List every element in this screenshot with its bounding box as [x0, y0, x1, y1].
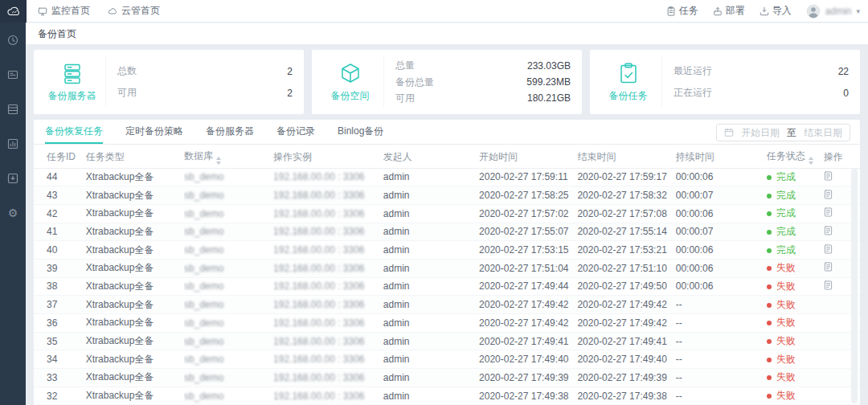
- task-type-value: Xtrabackup全备: [86, 317, 154, 328]
- instance-redacted: 192.168.00.00 : 3306: [273, 241, 383, 260]
- sidebar-item-backup[interactable]: [5, 170, 21, 186]
- instance-redacted: 192.168.00.00 : 3306: [273, 223, 383, 241]
- status-dot-icon: [767, 211, 772, 216]
- view-log-button[interactable]: [824, 171, 833, 181]
- column-label: 开始时间: [479, 151, 518, 162]
- sidebar-item-database[interactable]: [5, 101, 21, 117]
- task-status: 失败: [767, 314, 824, 333]
- instance-redacted: 192.168.00.00 : 3306: [273, 332, 383, 350]
- top-nav-cloud-home[interactable]: 云管首页: [108, 4, 160, 18]
- end-time-value: 2020-02-27 17:49:38: [577, 391, 666, 402]
- task-status: 完成: [767, 223, 824, 241]
- task-type-value: Xtrabackup全备: [86, 390, 154, 401]
- duration: --: [676, 314, 767, 333]
- end-time-value: 2020-02-27 17:59:17: [577, 171, 666, 182]
- task-id-value: 44: [47, 171, 57, 182]
- sidebar: ⚙: [0, 22, 26, 405]
- sort-icon[interactable]: [216, 157, 221, 165]
- status-dot-icon: [767, 230, 772, 235]
- status-label: 完成: [776, 244, 796, 256]
- start-time-value: 2020-02-27 17:57:02: [479, 208, 568, 219]
- sidebar-item-host[interactable]: [5, 67, 21, 83]
- sort-icon[interactable]: [809, 157, 813, 165]
- duration-value: --: [676, 391, 682, 402]
- view-log-button[interactable]: [824, 280, 833, 290]
- monitor-icon: [38, 6, 47, 16]
- status-dot-icon: [767, 394, 772, 399]
- status-dot-icon: [767, 194, 772, 198]
- start-time: 2020-02-27 17:49:41: [479, 332, 577, 350]
- task-id: 42: [34, 204, 86, 223]
- database-redacted-value: sb_demo: [184, 372, 223, 383]
- duration-value: 00:00:06: [676, 280, 714, 292]
- task-type-value: Xtrabackup全备: [86, 262, 154, 273]
- instance-redacted-value: 192.168.00.00 : 3306: [273, 244, 364, 256]
- column-header[interactable]: 数据库: [184, 146, 273, 168]
- action-tasks[interactable]: 任务: [666, 4, 698, 18]
- task-id: 39: [34, 259, 86, 277]
- instance-redacted-value: 192.168.00.00 : 3306: [273, 190, 364, 201]
- initiator: admin: [383, 387, 479, 405]
- database-redacted-value: sb_demo: [184, 336, 223, 347]
- start-time: 2020-02-27 17:49:42: [479, 314, 577, 333]
- tab-1[interactable]: 备份恢复任务: [45, 120, 103, 144]
- instance-redacted: 192.168.00.00 : 3306: [273, 296, 383, 314]
- tab-4[interactable]: 备份记录: [276, 120, 315, 144]
- view-log-button[interactable]: [824, 207, 833, 217]
- card-icon-block: 备份任务: [595, 56, 662, 108]
- column-header: 操作实例: [273, 146, 383, 168]
- task-status: 完成: [767, 168, 824, 186]
- start-time-value: 2020-02-27 17:49:39: [479, 372, 568, 383]
- instance-redacted-value: 192.168.00.00 : 3306: [273, 208, 364, 219]
- action-import[interactable]: 导入: [760, 4, 792, 18]
- action-deploy[interactable]: 部署: [713, 4, 745, 18]
- task-status: 完成: [767, 204, 824, 223]
- duration-value: 00:00:06: [676, 263, 714, 274]
- task-id-value: 41: [47, 226, 57, 237]
- column-label: 发起人: [383, 151, 412, 162]
- initiator: admin: [383, 369, 479, 387]
- top-nav-monitor-home[interactable]: 监控首页: [38, 4, 90, 18]
- table-row: 38Xtrabackup全备sb_demo192.168.00.00 : 330…: [34, 277, 860, 296]
- table-header-row: 任务ID任务类型数据库操作实例发起人开始时间结束时间持续时间任务状态操作: [34, 146, 860, 168]
- database-redacted-value: sb_demo: [184, 244, 223, 256]
- view-log-button[interactable]: [824, 190, 833, 199]
- initiator-value: admin: [383, 299, 410, 310]
- table-row: 37Xtrabackup全备sb_demo192.168.00.00 : 330…: [34, 296, 860, 314]
- end-time: 2020-02-27 17:49:40: [577, 350, 675, 369]
- view-log-button[interactable]: [824, 226, 833, 235]
- tab-3[interactable]: 备份服务器: [206, 120, 254, 144]
- column-label: 操作实例: [273, 151, 312, 162]
- initiator: admin: [383, 350, 479, 369]
- tab-5[interactable]: Binlog备份: [338, 120, 383, 144]
- end-time: 2020-02-27 17:58:32: [577, 186, 675, 205]
- chart-icon: [7, 138, 18, 149]
- sidebar-item-clock[interactable]: [5, 32, 21, 48]
- start-time: 2020-02-27 17:49:44: [479, 277, 577, 296]
- duration: --: [676, 296, 767, 314]
- table-scrollbar[interactable]: [851, 168, 858, 403]
- sidebar-item-chart[interactable]: [5, 136, 21, 152]
- task-type-value: Xtrabackup全备: [86, 280, 154, 292]
- user-menu[interactable]: admin ▾: [806, 4, 860, 18]
- tab-2[interactable]: 定时备份策略: [125, 120, 183, 144]
- initiator: admin: [383, 241, 479, 260]
- task-status: 完成: [767, 186, 824, 205]
- metric-label: 可用: [395, 92, 415, 105]
- end-time: 2020-02-27 17:49:41: [577, 332, 675, 350]
- column-header[interactable]: 任务状态: [767, 146, 824, 168]
- column-label: 结束时间: [577, 151, 616, 162]
- duration-value: 00:00:06: [676, 244, 714, 256]
- app-logo[interactable]: [0, 0, 27, 22]
- tasks-panel: 备份恢复任务定时备份策略备份服务器备份记录Binlog备份 开始日期 至 结束日…: [34, 120, 860, 405]
- task-id: 43: [34, 186, 86, 205]
- start-time: 2020-02-27 17:57:02: [479, 204, 577, 223]
- view-log-button[interactable]: [824, 244, 833, 254]
- status-label: 失败: [776, 390, 796, 401]
- start-time: 2020-02-27 17:53:15: [479, 241, 577, 260]
- date-range-picker[interactable]: 开始日期 至 结束日期: [716, 124, 850, 141]
- end-time-value: 2020-02-27 17:49:39: [577, 372, 666, 383]
- server-icon: [60, 62, 84, 86]
- view-log-button[interactable]: [824, 262, 833, 272]
- sidebar-item-gear[interactable]: ⚙: [5, 205, 21, 221]
